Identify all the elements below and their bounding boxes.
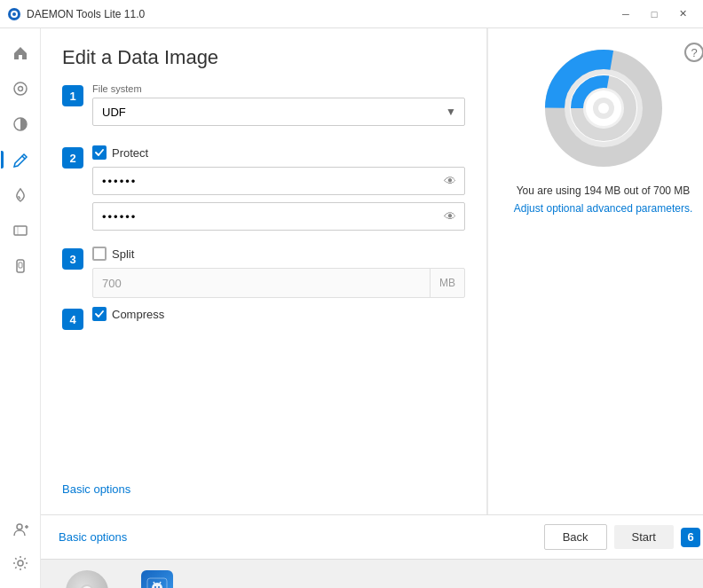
eye1-icon[interactable]: 👁 bbox=[444, 174, 456, 188]
right-panel-wrapper: ? bbox=[487, 28, 703, 514]
split-input-wrapper: MB bbox=[92, 268, 465, 298]
protect-checkbox-row: Protect bbox=[92, 145, 465, 160]
step-3-badge: 3 bbox=[62, 248, 83, 270]
main-content: Edit a Data Image 1 File system UDF ISO9… bbox=[41, 28, 703, 514]
nokia-phone-icon bbox=[141, 570, 173, 588]
close-button[interactable]: ✕ bbox=[669, 4, 696, 25]
file-system-select[interactable]: UDF ISO9660 Joliet bbox=[92, 98, 465, 126]
form-footer: Basic options bbox=[62, 339, 465, 497]
sidebar-item-image[interactable] bbox=[4, 108, 36, 140]
svg-line-27 bbox=[154, 582, 154, 584]
advanced-params-link[interactable]: Adjust optional advanced parameters. bbox=[514, 202, 692, 215]
svg-rect-8 bbox=[17, 260, 24, 272]
sidebar-item-disc[interactable] bbox=[4, 73, 36, 105]
svg-point-13 bbox=[18, 561, 23, 566]
svg-rect-6 bbox=[14, 226, 27, 235]
back-button[interactable]: Back bbox=[544, 524, 607, 550]
password2-input[interactable] bbox=[92, 202, 465, 231]
protect-label: Protect bbox=[112, 146, 148, 160]
password2-wrapper: 👁 bbox=[92, 202, 465, 231]
step-1-badge: 1 bbox=[62, 85, 83, 106]
split-checkbox[interactable] bbox=[92, 247, 107, 261]
split-input[interactable] bbox=[93, 269, 430, 297]
taskbar-item-nokia[interactable]: Nokia 7.2 bbox=[130, 567, 185, 588]
maximize-button[interactable]: □ bbox=[641, 4, 667, 25]
app-body: Edit a Data Image 1 File system UDF ISO9… bbox=[0, 28, 703, 588]
sidebar bbox=[0, 28, 41, 588]
compress-label: Compress bbox=[112, 308, 164, 321]
sidebar-item-usb[interactable] bbox=[4, 250, 36, 282]
protect-checkbox[interactable] bbox=[92, 145, 107, 160]
app-icon bbox=[7, 7, 21, 21]
svg-point-3 bbox=[14, 82, 27, 95]
step-2-row: 2 Protect 👁 bbox=[62, 145, 465, 238]
step-2-content: Protect 👁 👁 bbox=[92, 145, 465, 238]
step-6-badge: 6 bbox=[681, 528, 700, 547]
split-unit: MB bbox=[430, 269, 464, 297]
minimize-button[interactable]: ─ bbox=[612, 4, 639, 25]
basic-options-link[interactable]: Basic options bbox=[62, 482, 130, 496]
step-4-content: Compress bbox=[92, 307, 465, 328]
step-1-row: 1 File system UDF ISO9660 Joliet ▼ bbox=[62, 83, 465, 137]
compress-checkbox[interactable] bbox=[92, 307, 107, 321]
page-title: Edit a Data Image bbox=[62, 46, 465, 69]
svg-point-2 bbox=[12, 12, 16, 16]
content-area: Edit a Data Image 1 File system UDF ISO9… bbox=[41, 28, 703, 588]
taskbar: QuickMount bbox=[41, 559, 703, 588]
step-3-content: Split MB bbox=[92, 247, 465, 298]
sidebar-item-home[interactable] bbox=[4, 37, 36, 69]
action-bar: Basic options Back Start 6 bbox=[41, 514, 703, 559]
action-buttons: Back Start 6 bbox=[544, 524, 700, 550]
split-label: Split bbox=[112, 247, 134, 261]
title-bar-left: DAEMON Tools Lite 11.0 bbox=[7, 7, 145, 21]
form-panel: Edit a Data Image 1 File system UDF ISO9… bbox=[41, 28, 487, 514]
sidebar-item-add-user[interactable] bbox=[4, 514, 36, 545]
svg-point-10 bbox=[17, 524, 22, 529]
compress-checkbox-row: Compress bbox=[92, 307, 465, 321]
eye2-icon[interactable]: 👁 bbox=[444, 209, 456, 223]
basic-options-link-bottom[interactable]: Basic options bbox=[59, 530, 127, 544]
split-checkbox-row: Split bbox=[92, 247, 465, 261]
taskbar-item-quick-mount[interactable]: QuickMount bbox=[59, 567, 115, 588]
step-4-row: 4 Compress bbox=[62, 307, 465, 330]
step-3-row: 3 Split MB bbox=[62, 247, 465, 298]
password1-wrapper: 👁 bbox=[92, 167, 465, 195]
quick-mount-disc-icon bbox=[66, 570, 108, 588]
password1-input[interactable] bbox=[92, 167, 465, 195]
sidebar-item-burn[interactable] bbox=[4, 179, 36, 211]
svg-point-25 bbox=[152, 583, 162, 588]
file-system-select-wrapper: UDF ISO9660 Joliet ▼ bbox=[92, 98, 465, 126]
start-button[interactable]: Start bbox=[614, 525, 674, 549]
step-1-content: File system UDF ISO9660 Joliet ▼ bbox=[92, 83, 465, 137]
sidebar-item-edit[interactable] bbox=[4, 144, 36, 176]
sidebar-item-settings[interactable] bbox=[4, 547, 36, 579]
app-title: DAEMON Tools Lite 11.0 bbox=[27, 8, 145, 20]
file-system-label: File system bbox=[92, 83, 465, 94]
svg-point-4 bbox=[18, 87, 22, 91]
sidebar-item-virtual[interactable] bbox=[4, 215, 36, 247]
svg-line-28 bbox=[160, 582, 161, 584]
window-controls: ─ □ ✕ bbox=[612, 4, 696, 25]
help-icon[interactable]: ? bbox=[684, 43, 703, 62]
usage-chart bbox=[541, 46, 666, 170]
svg-rect-9 bbox=[19, 263, 22, 268]
step-2-badge: 2 bbox=[62, 147, 83, 169]
step-4-badge: 4 bbox=[62, 309, 83, 330]
usage-text: You are using 194 MB out of 700 MB bbox=[517, 184, 691, 197]
svg-point-23 bbox=[598, 103, 609, 114]
disc-inner bbox=[80, 584, 94, 588]
title-bar: DAEMON Tools Lite 11.0 ─ □ ✕ bbox=[0, 0, 703, 28]
